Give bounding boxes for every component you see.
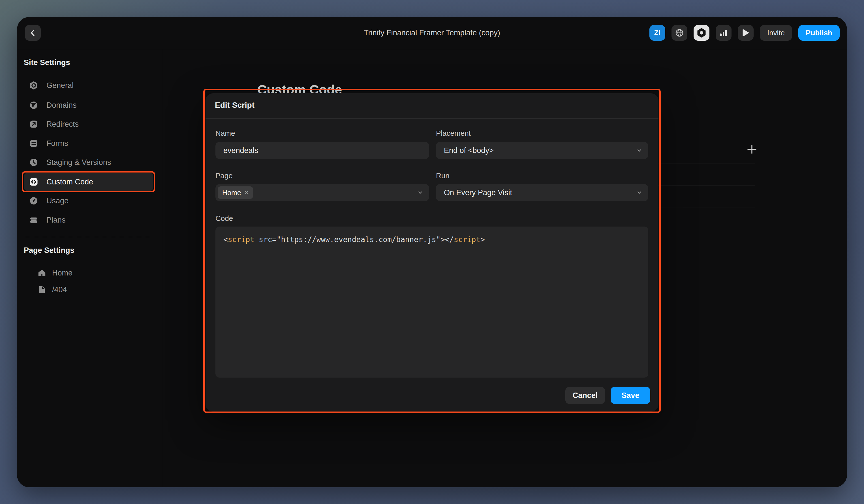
code-label: Code bbox=[215, 214, 233, 223]
page-chip-label: Home bbox=[222, 189, 241, 197]
sidebar-item-staging[interactable]: Staging & Versions bbox=[24, 155, 154, 170]
sidebar-item-label: Custom Code bbox=[46, 177, 93, 186]
sidebar-item-label: Usage bbox=[46, 197, 69, 205]
sidebar-item-label: Domains bbox=[46, 101, 77, 110]
page-icon bbox=[38, 286, 46, 294]
edit-script-modal: Edit Script Name Placement evendeals End… bbox=[205, 93, 659, 411]
redirect-icon bbox=[29, 120, 38, 128]
run-select-value: On Every Page Visit bbox=[444, 188, 634, 197]
page-chip[interactable]: Home × bbox=[218, 186, 253, 199]
placement-select-value: End of <body> bbox=[444, 146, 634, 155]
placement-label: Placement bbox=[436, 129, 471, 138]
cms-nut-icon bbox=[697, 28, 706, 38]
page-select[interactable]: Home × bbox=[215, 184, 429, 201]
plans-icon bbox=[29, 216, 38, 224]
preview-button[interactable] bbox=[738, 25, 754, 41]
sidebar-item-usage[interactable]: Usage bbox=[24, 193, 154, 209]
name-input-value: evendeals bbox=[223, 146, 258, 155]
name-label: Name bbox=[215, 129, 235, 138]
sidebar-item-label: Forms bbox=[46, 139, 68, 148]
page-item-label: /404 bbox=[52, 285, 67, 294]
sidebar-item-label: General bbox=[46, 81, 74, 90]
chip-remove-icon[interactable]: × bbox=[244, 189, 249, 196]
top-bar: Trinity Financial Framer Template (copy)… bbox=[17, 17, 847, 49]
chevron-down-icon bbox=[418, 190, 422, 195]
globe-button[interactable] bbox=[672, 25, 687, 41]
page-item-label: Home bbox=[52, 269, 72, 278]
placement-select[interactable]: End of <body> bbox=[436, 142, 648, 159]
sidebar-divider bbox=[163, 49, 163, 487]
clock-icon bbox=[29, 158, 38, 167]
sidebar-section-divider bbox=[24, 237, 154, 237]
globe-icon bbox=[675, 28, 684, 37]
sidebar-item-custom-code[interactable]: Custom Code bbox=[24, 173, 154, 191]
sidebar-item-forms[interactable]: Forms bbox=[24, 135, 154, 151]
code-icon bbox=[29, 177, 38, 186]
sidebar-item-plans[interactable]: Plans bbox=[24, 212, 154, 228]
nut-icon bbox=[29, 81, 38, 90]
globe-icon bbox=[29, 101, 38, 109]
sidebar-item-domains[interactable]: Domains bbox=[24, 97, 154, 113]
sidebar-item-label: Redirects bbox=[46, 120, 79, 129]
chevron-down-icon bbox=[637, 190, 641, 195]
site-settings-header: Site Settings bbox=[24, 58, 70, 67]
forms-icon bbox=[29, 139, 38, 148]
page-settings-header: Page Settings bbox=[24, 246, 74, 255]
analytics-button[interactable] bbox=[716, 25, 732, 41]
save-button[interactable]: Save bbox=[611, 387, 650, 404]
chevron-down-icon bbox=[637, 148, 641, 153]
sidebar-item-label: Plans bbox=[46, 216, 66, 224]
modal-title: Edit Script bbox=[215, 101, 254, 110]
analytics-bars-icon bbox=[719, 28, 728, 37]
modal-divider bbox=[205, 118, 659, 119]
home-icon bbox=[38, 269, 46, 277]
code-editor[interactable]: <script src="https://www.evendeals.com/b… bbox=[215, 226, 648, 378]
sidebar-item-general[interactable]: General bbox=[24, 77, 154, 93]
run-label: Run bbox=[436, 171, 449, 180]
sidebar-item-label: Staging & Versions bbox=[46, 158, 111, 167]
add-script-button[interactable] bbox=[745, 143, 759, 156]
run-select[interactable]: On Every Page Visit bbox=[436, 184, 648, 201]
topbar-actions: ZI bbox=[649, 25, 840, 41]
app-window: Trinity Financial Framer Template (copy)… bbox=[17, 17, 847, 487]
topbar-divider bbox=[17, 49, 847, 49]
gauge-icon bbox=[29, 197, 38, 205]
cms-button[interactable] bbox=[694, 25, 709, 41]
preview-play-icon bbox=[742, 28, 749, 37]
name-input[interactable]: evendeals bbox=[215, 142, 429, 159]
publish-button[interactable]: Publish bbox=[798, 25, 840, 41]
invite-button[interactable]: Invite bbox=[760, 25, 792, 41]
sidebar-page-home[interactable]: Home bbox=[33, 266, 152, 280]
plus-icon bbox=[746, 144, 757, 155]
user-avatar[interactable]: ZI bbox=[649, 25, 665, 41]
sidebar-item-redirects[interactable]: Redirects bbox=[24, 116, 154, 132]
cancel-button[interactable]: Cancel bbox=[565, 387, 605, 404]
sidebar-page-404[interactable]: /404 bbox=[33, 282, 152, 297]
code-line: <script src="https://www.evendeals.com/b… bbox=[223, 234, 640, 245]
page-label: Page bbox=[215, 171, 233, 180]
